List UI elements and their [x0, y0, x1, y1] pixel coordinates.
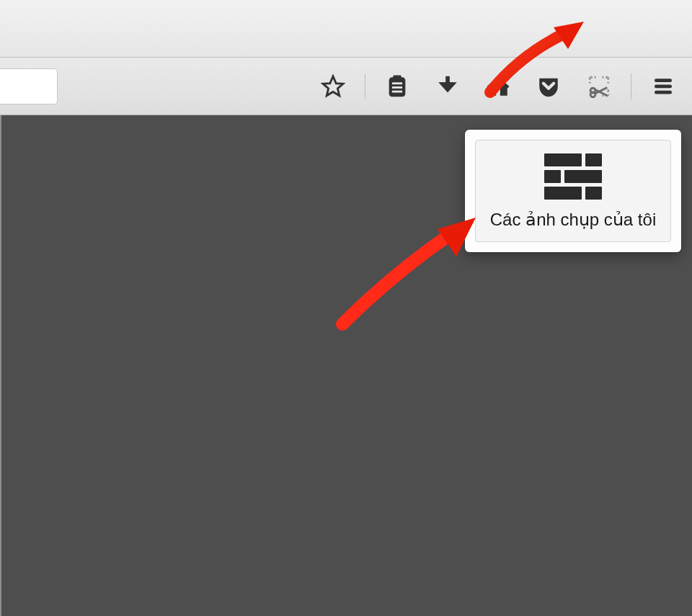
menu-button[interactable]	[646, 69, 680, 104]
svg-rect-15	[655, 90, 672, 94]
reading-list-button[interactable]	[380, 69, 414, 104]
star-button[interactable]	[316, 69, 350, 104]
download-icon	[435, 74, 460, 99]
my-screenshots-label: Các ảnh chụp của tôi	[483, 210, 663, 230]
pocket-icon	[536, 74, 561, 99]
svg-rect-14	[655, 84, 672, 88]
svg-rect-4	[392, 86, 402, 89]
my-screenshots-button[interactable]: Các ảnh chụp của tôi	[475, 140, 671, 242]
downloads-button[interactable]	[430, 69, 465, 104]
toolbar-separator	[631, 73, 631, 99]
screenshot-dropdown: Các ảnh chụp của tôi	[465, 130, 681, 252]
svg-rect-5	[392, 90, 402, 92]
screenshot-button[interactable]	[582, 69, 616, 104]
toolbar-separator	[365, 73, 365, 99]
window-titlebar	[0, 0, 692, 58]
grid-icon	[544, 153, 602, 200]
svg-marker-0	[323, 76, 343, 95]
screenshot-scissors-icon	[587, 74, 611, 99]
toolbar-buttons	[316, 69, 685, 104]
home-icon	[486, 74, 510, 99]
search-input[interactable]	[0, 68, 58, 104]
home-button[interactable]	[481, 69, 515, 104]
svg-rect-13	[655, 79, 672, 82]
svg-rect-2	[393, 75, 401, 79]
svg-rect-3	[392, 82, 402, 84]
svg-rect-7	[445, 76, 450, 84]
clipboard-icon	[385, 74, 409, 99]
hamburger-menu-icon	[652, 75, 675, 98]
browser-toolbar	[0, 58, 692, 115]
pocket-button[interactable]	[531, 69, 566, 104]
star-icon	[321, 74, 345, 99]
